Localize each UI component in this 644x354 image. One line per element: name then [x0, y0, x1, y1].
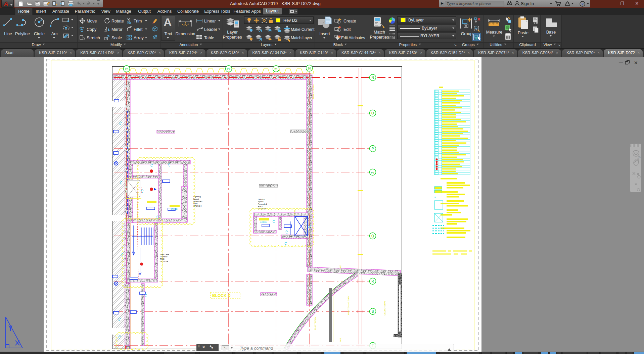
svg-text:P: P — [372, 147, 374, 151]
svg-text:R: R — [371, 280, 374, 283]
svg-text:9600: 9600 — [294, 210, 296, 215]
svg-text:?: ? — [581, 2, 584, 6]
svg-text:800: 800 — [339, 265, 341, 268]
svg-text:22: 22 — [227, 67, 230, 71]
svg-text:800: 800 — [339, 338, 341, 342]
svg-text:23: 23 — [125, 67, 128, 71]
svg-text:N: N — [371, 76, 374, 80]
svg-text:MAINTENANCE BAY: MAINTENANCE BAY — [348, 296, 350, 315]
svg-text:BLOCK D: BLOCK D — [212, 293, 231, 298]
svg-text:E:: E: — [434, 196, 436, 198]
svg-text:TO BUILDING A: TO BUILDING A — [312, 84, 314, 99]
svg-text:STORE: STORE — [171, 208, 178, 210]
svg-text:P1: P1 — [371, 171, 374, 174]
svg-text:2D: 2D — [638, 156, 641, 158]
svg-text:PLANT ROOM: PLANT ROOM — [314, 316, 316, 330]
svg-text:S: S — [372, 310, 374, 313]
svg-text:O: O — [371, 111, 374, 115]
svg-text:Q: Q — [371, 234, 374, 238]
svg-text:LOBBY: LOBBY — [260, 221, 267, 223]
svg-text:20: 20 — [308, 67, 311, 70]
svg-text:21: 21 — [274, 67, 278, 71]
svg-text:MEMBERS BAY: MEMBERS BAY — [384, 301, 386, 315]
